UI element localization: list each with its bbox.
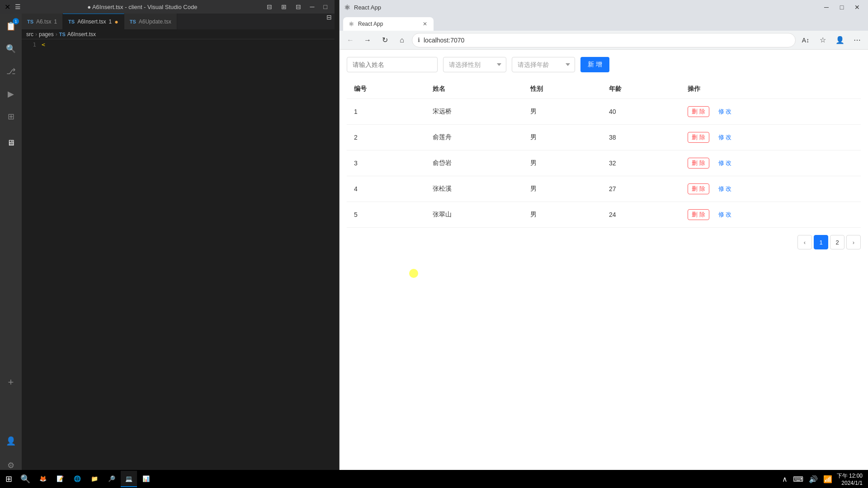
edit-button[interactable]: 修 改 — [715, 210, 736, 220]
cell-name: 宋远桥 — [425, 99, 523, 125]
page-next-btn[interactable]: › — [846, 235, 861, 249]
cell-name: 张松溪 — [425, 176, 523, 202]
info-icon: ℹ — [418, 37, 420, 43]
tab-a6[interactable]: TS A6.tsx 1 — [22, 14, 63, 29]
browser-profile-btn[interactable]: 👤 — [833, 33, 847, 47]
vscode-title: ● A6Insert.tsx - client - Visual Studio … — [25, 4, 259, 10]
maximize-button[interactable]: □ — [321, 2, 330, 11]
window-grid-icon[interactable]: ⊟ — [293, 2, 304, 11]
edit-button[interactable]: 修 改 — [715, 132, 736, 142]
extra-icon: 📊 — [142, 475, 150, 482]
editor-split-btn[interactable]: ⊟ — [324, 14, 335, 29]
breadcrumb-pages[interactable]: pages — [39, 31, 54, 38]
pagination: ‹ 1 2 › — [347, 228, 861, 257]
browser-maximize[interactable]: □ — [835, 1, 848, 14]
page-1-btn[interactable]: 1 — [814, 235, 828, 249]
col-gender: 性别 — [523, 80, 602, 99]
delete-button[interactable]: 删 除 — [688, 209, 709, 220]
address-bar[interactable]: ℹ localhost:7070 — [412, 33, 796, 47]
back-button[interactable]: ← — [343, 33, 358, 47]
activity-plus[interactable]: + — [0, 371, 22, 393]
activity-explorer[interactable]: 📋 1 — [0, 15, 22, 37]
volume-icon[interactable]: 🔊 — [807, 473, 820, 485]
taskbar-search-app[interactable]: 🔎 — [104, 471, 120, 487]
keyboard-layout-icon[interactable]: ⌨ — [791, 473, 805, 485]
forward-button[interactable]: → — [360, 33, 375, 47]
breadcrumb-file[interactable]: A6Insert.tsx — [67, 31, 96, 38]
breadcrumb-ts-icon: TS — [59, 32, 66, 37]
taskbar-extra[interactable]: 📊 — [138, 471, 154, 487]
editor-content[interactable]: < — [40, 39, 335, 488]
col-id: 编号 — [347, 80, 425, 99]
cell-age: 38 — [602, 125, 680, 150]
edit-button[interactable]: 修 改 — [715, 184, 736, 194]
tab-ts-icon: TS — [130, 19, 136, 24]
remote-icon: 🖥 — [7, 138, 15, 148]
taskbar-firefox[interactable]: 🦊 — [35, 471, 51, 487]
taskbar-search[interactable]: 🔍 — [17, 471, 34, 487]
page-prev-btn[interactable]: ‹ — [797, 235, 812, 249]
vscode-window: ✕ ☰ ● A6Insert.tsx - client - Visual Stu… — [0, 0, 335, 488]
activity-extensions[interactable]: ⊞ — [0, 106, 22, 127]
activity-debug[interactable]: ▶ — [0, 83, 22, 105]
home-button[interactable]: ⌂ — [395, 33, 409, 47]
taskbar-right: ∧ ⌨ 🔊 📶 下午 12:00 2024/1/1 — [780, 472, 866, 486]
url-text: localhost:7070 — [424, 37, 790, 44]
system-tray: ∧ ⌨ 🔊 📶 — [780, 473, 834, 485]
cell-action: 删 除 修 改 — [680, 125, 861, 150]
name-filter-input[interactable] — [347, 57, 438, 72]
activity-remote[interactable]: 🖥 — [0, 132, 22, 154]
activity-scm[interactable]: ⎇ — [0, 61, 22, 82]
browser-menu-btn[interactable]: ⋯ — [850, 33, 864, 47]
activity-search[interactable]: 🔍 — [0, 38, 22, 60]
age-filter-select[interactable]: 请选择年龄 — [512, 57, 575, 72]
cell-id: 5 — [347, 202, 425, 228]
edit-button[interactable]: 修 改 — [715, 158, 736, 168]
minimize-button[interactable]: ─ — [307, 2, 317, 11]
refresh-button[interactable]: ↻ — [377, 33, 392, 47]
add-button[interactable]: 新 增 — [580, 57, 609, 72]
taskbar-vscode[interactable]: 💻 — [121, 471, 137, 487]
start-button[interactable]: ⊞ — [2, 471, 16, 487]
cell-name: 张翠山 — [425, 202, 523, 228]
browser-tab-react[interactable]: ⚛ React App ✕ — [343, 17, 434, 31]
browser-content: 请选择性别 男 女 请选择年龄 新 增 编号 姓名 性别 年龄 操 — [340, 50, 868, 470]
tab-label: A6Update.tsx — [139, 19, 171, 25]
cell-action: 删 除 修 改 — [680, 150, 861, 176]
window-layout-icon[interactable]: ⊟ — [264, 2, 275, 11]
browser-favorites-btn[interactable]: ☆ — [816, 33, 830, 47]
delete-button[interactable]: 删 除 — [688, 183, 709, 194]
tab-a6update[interactable]: TS A6Update.tsx — [124, 14, 177, 29]
taskbar-clock[interactable]: 下午 12:00 2024/1/1 — [837, 472, 863, 486]
tab-ts-icon: TS — [27, 19, 33, 24]
office-icon: 📝 — [57, 475, 64, 482]
tray-expand-btn[interactable]: ∧ — [780, 473, 789, 485]
table-row: 2 俞莲舟 男 38 删 除 修 改 — [347, 125, 861, 150]
col-name: 姓名 — [425, 80, 523, 99]
tab-close-btn[interactable]: ✕ — [422, 20, 428, 28]
hamburger-menu[interactable]: ☰ — [15, 3, 21, 10]
editor-area[interactable]: 1 < — [0, 39, 335, 488]
browser-minimize[interactable]: ─ — [820, 1, 833, 14]
settings-icon: ⚙ — [7, 460, 14, 470]
cell-action: 删 除 修 改 — [680, 99, 861, 125]
tab-a6insert[interactable]: TS A6Insert.tsx 1 ● — [63, 14, 124, 29]
window-split-icon[interactable]: ⊞ — [278, 2, 289, 11]
gender-filter-select[interactable]: 请选择性别 男 女 — [443, 57, 506, 72]
breadcrumb-src[interactable]: src — [26, 31, 33, 38]
page-2-btn[interactable]: 2 — [830, 235, 844, 249]
browser-translate-btn[interactable]: A↕ — [798, 33, 813, 47]
edit-button[interactable]: 修 改 — [715, 107, 736, 117]
tab-number: 1 — [109, 19, 112, 25]
delete-button[interactable]: 删 除 — [688, 106, 709, 117]
account-icon: 👤 — [6, 436, 16, 446]
taskbar-explorer[interactable]: 📁 — [86, 471, 103, 487]
activity-account[interactable]: 👤 — [0, 430, 22, 452]
browser-close[interactable]: ✕ — [851, 1, 863, 14]
delete-button[interactable]: 删 除 — [688, 132, 709, 143]
taskbar-edge[interactable]: 🌐 — [69, 471, 85, 487]
delete-button[interactable]: 删 除 — [688, 158, 709, 169]
taskbar-office[interactable]: 📝 — [52, 471, 68, 487]
source-control-icon: ⎇ — [6, 66, 16, 76]
network-icon[interactable]: 📶 — [821, 473, 834, 485]
